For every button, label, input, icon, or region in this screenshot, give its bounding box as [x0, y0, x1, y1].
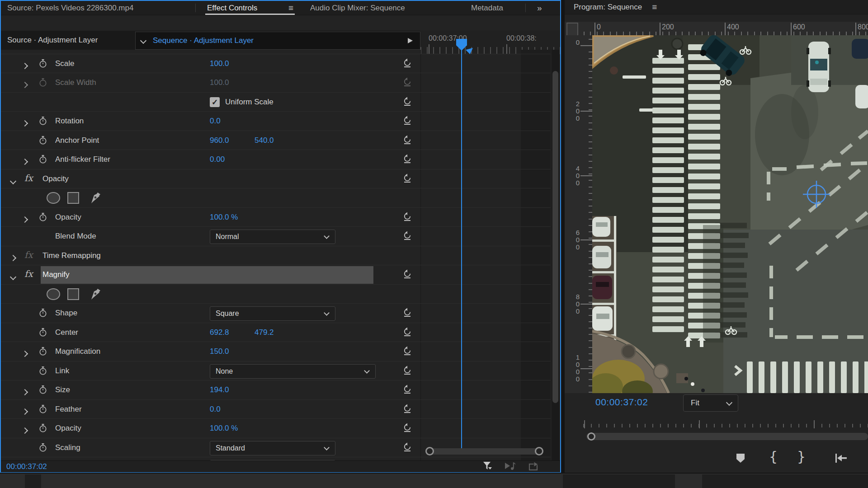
reset-effect-icon[interactable]: [402, 308, 412, 319]
stopwatch-icon[interactable]: [39, 212, 47, 224]
tab-audio-clip-mixer[interactable]: Audio Clip Mixer: Sequence: [310, 1, 405, 15]
timeline-zoom-bar[interactable]: [427, 448, 542, 455]
pen-mask-icon[interactable]: [88, 192, 102, 207]
expand-chevron-icon[interactable]: [22, 216, 28, 223]
effect-name[interactable]: Magnify: [41, 265, 70, 284]
playhead-line[interactable]: [461, 45, 462, 453]
row-center: Center 692.8 479.2: [1, 323, 551, 342]
tab-effect-controls[interactable]: Effect Controls: [207, 1, 257, 15]
stopwatch-icon[interactable]: [39, 308, 47, 320]
stopwatch-icon[interactable]: [39, 328, 47, 339]
sequence-clip-selector[interactable]: Sequence · Adjustment Layer: [135, 32, 420, 50]
zoom-level-dropdown[interactable]: Fit: [683, 394, 738, 412]
stopwatch-icon[interactable]: [39, 116, 47, 128]
expand-chevron-icon[interactable]: [22, 82, 28, 88]
reset-effect-icon[interactable]: [402, 97, 412, 108]
property-value-x[interactable]: 692.8: [210, 323, 229, 342]
property-value[interactable]: 0.00: [210, 150, 225, 169]
program-timecode[interactable]: 00:00:37:02: [595, 397, 648, 408]
effect-name[interactable]: Time Remapping: [41, 246, 101, 265]
property-value[interactable]: 100.0 %: [210, 208, 238, 227]
rectangle-mask-icon[interactable]: [67, 192, 80, 206]
expand-chevron-icon[interactable]: [22, 120, 28, 127]
reset-effect-icon[interactable]: [402, 58, 412, 70]
stopwatch-icon[interactable]: [39, 366, 47, 378]
reset-effect-icon[interactable]: [402, 135, 412, 147]
reset-effect-icon[interactable]: [402, 423, 412, 435]
property-value[interactable]: 0.0: [210, 112, 221, 131]
blend-mode-dropdown[interactable]: Normal: [210, 230, 335, 244]
hamburger-icon[interactable]: ≡: [652, 2, 657, 12]
property-value[interactable]: 194.0: [210, 380, 229, 399]
reset-effect-icon[interactable]: [402, 269, 412, 281]
collapse-chevron-icon[interactable]: [10, 178, 16, 184]
property-value-x[interactable]: 960.0: [210, 131, 229, 150]
reset-effect-icon[interactable]: [402, 442, 412, 454]
stopwatch-icon[interactable]: [39, 136, 47, 147]
property-value[interactable]: 0.0: [210, 400, 221, 419]
expand-chevron-icon[interactable]: [22, 427, 28, 434]
reset-effect-icon[interactable]: [402, 327, 412, 339]
scrollbar-handle[interactable]: [587, 432, 595, 441]
reset-effect-icon[interactable]: [402, 404, 412, 416]
shape-dropdown[interactable]: Square: [210, 306, 335, 321]
vertical-scrollbar-thumb[interactable]: [552, 71, 558, 403]
tab-overflow-chevron-icon[interactable]: »: [537, 1, 541, 15]
source-clip-label: Source · Adjustment Layer: [7, 31, 98, 50]
tab-program-sequence[interactable]: Program: Sequence: [574, 3, 642, 12]
reset-effect-icon[interactable]: [402, 174, 412, 185]
panel-menu-icon[interactable]: ≡: [283, 1, 293, 15]
rectangle-mask-icon[interactable]: [67, 288, 80, 302]
property-value-y[interactable]: 479.2: [255, 323, 274, 342]
scaling-dropdown[interactable]: Standard: [210, 441, 335, 455]
reset-effect-icon[interactable]: [402, 346, 412, 358]
ellipse-mask-icon[interactable]: [45, 288, 61, 302]
effect-name[interactable]: Opacity: [41, 169, 69, 188]
stopwatch-icon[interactable]: [39, 404, 47, 416]
expand-chevron-icon[interactable]: [22, 351, 28, 357]
expand-chevron-icon[interactable]: [22, 389, 28, 395]
reset-effect-icon[interactable]: [402, 116, 412, 127]
uniform-scale-checkbox[interactable]: ✓: [210, 97, 220, 107]
go-to-in-icon[interactable]: [834, 453, 848, 465]
vertical-scrollbar[interactable]: [552, 50, 559, 460]
stopwatch-icon[interactable]: [39, 59, 47, 70]
play-audio-only-icon[interactable]: [504, 461, 517, 473]
expand-chevron-icon[interactable]: [22, 408, 28, 415]
property-value[interactable]: 150.0: [210, 342, 229, 361]
reset-effect-icon[interactable]: [402, 231, 412, 243]
ellipse-mask-icon[interactable]: [45, 192, 61, 206]
tab-metadata[interactable]: Metadata: [471, 1, 503, 15]
play-clip-icon[interactable]: [408, 38, 413, 43]
export-frame-icon[interactable]: [528, 461, 540, 473]
expand-chevron-icon[interactable]: [22, 159, 28, 165]
zoom-handle-right[interactable]: [535, 447, 543, 455]
stopwatch-icon[interactable]: [39, 423, 47, 435]
reset-effect-icon[interactable]: [402, 212, 412, 224]
collapse-chevron-icon[interactable]: [10, 274, 16, 280]
tab-source-monitor[interactable]: Source: Pexels Videos 2286300.mp4: [7, 1, 133, 15]
reset-effect-icon[interactable]: [402, 366, 412, 377]
program-video-frame[interactable]: [592, 35, 868, 393]
program-mini-timeline[interactable]: [583, 420, 868, 430]
property-value-y[interactable]: 540.0: [255, 131, 274, 150]
expand-chevron-icon[interactable]: [22, 63, 28, 69]
stopwatch-icon[interactable]: [39, 155, 47, 166]
reset-effect-icon[interactable]: [402, 385, 412, 396]
property-value[interactable]: 100.0 %: [210, 419, 238, 438]
zoom-handle-left[interactable]: [425, 447, 434, 455]
pen-mask-icon[interactable]: [88, 288, 102, 303]
stopwatch-icon[interactable]: [39, 347, 47, 358]
add-marker-icon[interactable]: [736, 453, 745, 465]
stopwatch-icon[interactable]: [39, 443, 47, 455]
expand-chevron-icon[interactable]: [10, 255, 16, 261]
mark-out-icon[interactable]: }: [797, 449, 806, 465]
mark-in-icon[interactable]: {: [769, 449, 778, 465]
current-timecode[interactable]: 00:00:37:02: [6, 462, 47, 471]
property-value[interactable]: 100.0: [210, 54, 229, 73]
link-dropdown[interactable]: None: [210, 364, 376, 379]
program-scrollbar[interactable]: [586, 433, 868, 440]
stopwatch-icon[interactable]: [39, 385, 47, 397]
filter-properties-icon[interactable]: [482, 461, 492, 473]
reset-effect-icon[interactable]: [402, 154, 412, 166]
